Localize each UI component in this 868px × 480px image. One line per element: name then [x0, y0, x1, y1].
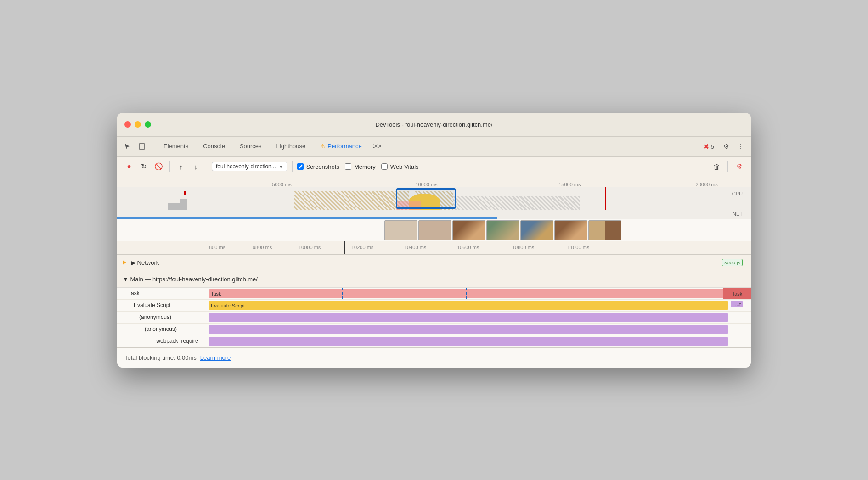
memory-checkbox[interactable] — [345, 163, 351, 170]
memory-checkbox-group[interactable]: Memory — [345, 163, 376, 170]
net-track: NET — [117, 210, 751, 219]
flame-rows: Task Task Task Evaluate Script — [117, 288, 751, 347]
dmark-10400: 10400 ms — [404, 245, 426, 250]
tab-elements[interactable]: Elements — [156, 137, 196, 156]
mark-5000: 5000 ms — [272, 182, 291, 187]
network-section-header[interactable]: ▶ Network soop.js — [117, 255, 751, 271]
webpack-bar — [209, 337, 728, 346]
hatch-1 — [294, 191, 408, 209]
flame-content-evaluate: Evaluate Script L...t — [209, 300, 751, 311]
web-vitals-checkbox-group[interactable]: Web Vitals — [381, 163, 419, 170]
screenshot-2 — [418, 220, 451, 240]
cpu-bar-1 — [168, 203, 180, 210]
net-bar — [117, 217, 497, 219]
tab-lighthouse[interactable]: Lighthouse — [269, 137, 313, 156]
dashed-v1 — [342, 288, 343, 299]
flame-content-task: Task Task — [209, 288, 751, 299]
dmark-9800: 9800 ms — [253, 245, 272, 250]
settings-button[interactable]: ⚙ — [720, 140, 733, 153]
clear-button[interactable]: 🚫 — [152, 160, 165, 173]
tab-performance[interactable]: ⚠ Performance — [313, 137, 369, 156]
cpu-label: CPU — [732, 191, 743, 196]
anon1-bar — [209, 313, 728, 322]
download-button[interactable]: ↓ — [189, 160, 202, 173]
dmark-10600: 10600 ms — [457, 245, 479, 250]
url-selector[interactable]: foul-heavenly-direction... ▼ — [212, 162, 287, 171]
flame-label-task: Task — [117, 288, 209, 299]
flame-content-anon1 — [209, 312, 751, 323]
detail-ruler-inner: 800 ms 9800 ms 10000 ms 10200 ms 10400 m… — [209, 241, 751, 254]
dashed-v2 — [466, 288, 467, 299]
flame-row-task: Task Task Task — [117, 288, 751, 300]
tab-bar-right: ✖ 5 ⚙ ⋮ — [699, 137, 747, 156]
detail-ruler: 800 ms 9800 ms 10000 ms 10200 ms 10400 m… — [117, 241, 751, 254]
network-section-label: ▶ Network — [131, 259, 159, 266]
screenshot-5 — [520, 220, 553, 240]
screenshots-checkbox-group[interactable]: Screenshots — [297, 163, 339, 170]
tab-bar-icons — [121, 137, 154, 156]
flame-row-webpack: __webpack_require__ — [117, 335, 751, 347]
error-badge-button[interactable]: ✖ 5 — [699, 140, 718, 153]
timeline-detail: 800 ms 9800 ms 10000 ms 10200 ms 10400 m… — [117, 241, 751, 255]
more-options-button[interactable]: ⋮ — [734, 140, 747, 153]
separator-2 — [207, 161, 207, 172]
red-marker — [605, 187, 606, 210]
hatch-3 — [453, 196, 580, 209]
dmark-10200: 10200 ms — [351, 245, 373, 250]
overview-ruler: 5000 ms 10000 ms 15000 ms 20000 ms — [117, 177, 751, 187]
screenshot-7 — [588, 220, 621, 240]
flame-chart: ▶ Network soop.js ▼ Main — https://foul-… — [117, 255, 751, 347]
dock-icon[interactable] — [135, 140, 148, 153]
settings-gear-button[interactable]: ⚙ — [733, 160, 745, 173]
anon2-bar — [209, 325, 728, 334]
devtools-window: DevTools - foul-heavenly-direction.glitc… — [117, 113, 751, 368]
screenshots-checkbox[interactable] — [297, 163, 304, 170]
soop-badge: soop.js — [722, 259, 743, 266]
dropdown-icon: ▼ — [279, 164, 283, 169]
trash-button[interactable]: 🗑 — [710, 160, 723, 173]
mark-15000: 15000 ms — [558, 182, 581, 187]
flame-row-anon2: (anonymous) — [117, 324, 751, 335]
svg-rect-0 — [139, 144, 145, 149]
upload-button[interactable]: ↑ — [175, 160, 187, 173]
timeline-overview[interactable]: 5000 ms 10000 ms 15000 ms 20000 ms CPU — [117, 177, 751, 241]
more-tabs-button[interactable]: >> — [369, 137, 385, 156]
dmark-10000: 10000 ms — [299, 245, 321, 250]
flame-content-webpack — [209, 335, 751, 347]
screenshots-track — [117, 219, 751, 241]
performance-toolbar: ● ↻ 🚫 ↑ ↓ foul-heavenly-direction... ▼ S… — [117, 157, 751, 177]
flame-label-anon1: (anonymous) — [117, 312, 209, 323]
main-section-header: ▼ Main — https://foul-heavenly-direction… — [117, 271, 751, 288]
screenshot-4 — [486, 220, 519, 240]
reload-button[interactable]: ↻ — [137, 160, 150, 173]
separator-1 — [169, 161, 170, 172]
separator-4 — [727, 161, 728, 172]
task-label-text: Task — [128, 290, 140, 296]
tabs-container: Elements Console Sources Lighthouse ⚠ Pe… — [156, 137, 699, 156]
record-button[interactable]: ● — [123, 160, 135, 173]
learn-more-link[interactable]: Learn more — [200, 354, 231, 361]
tab-sources[interactable]: Sources — [232, 137, 269, 156]
maximize-button[interactable] — [145, 121, 151, 128]
task-end-bar: Task — [723, 288, 751, 299]
window-title: DevTools - foul-heavenly-direction.glitc… — [375, 121, 492, 128]
task-bar: Task — [209, 289, 728, 298]
toolbar-right: 🗑 ⚙ — [710, 160, 745, 173]
dmark-800: 800 ms — [209, 245, 225, 250]
flame-content-anon2 — [209, 324, 751, 335]
warning-icon: ⚠ — [320, 143, 326, 150]
separator-3 — [292, 161, 293, 172]
main-section-label: ▼ Main — https://foul-heavenly-direction… — [123, 276, 258, 283]
cursor-icon[interactable] — [121, 140, 134, 153]
error-icon: ✖ — [703, 142, 709, 151]
tab-console[interactable]: Console — [196, 137, 232, 156]
screenshot-6 — [554, 220, 587, 240]
close-button[interactable] — [124, 121, 131, 128]
minimize-button[interactable] — [135, 121, 141, 128]
title-bar: DevTools - foul-heavenly-direction.glitc… — [117, 113, 751, 137]
net-label: NET — [733, 211, 743, 217]
blocking-time-text: Total blocking time: 0.00ms — [124, 354, 197, 361]
flame-label-webpack: __webpack_require__ — [117, 335, 209, 347]
web-vitals-checkbox[interactable] — [381, 163, 388, 170]
network-expand-icon — [123, 260, 126, 265]
